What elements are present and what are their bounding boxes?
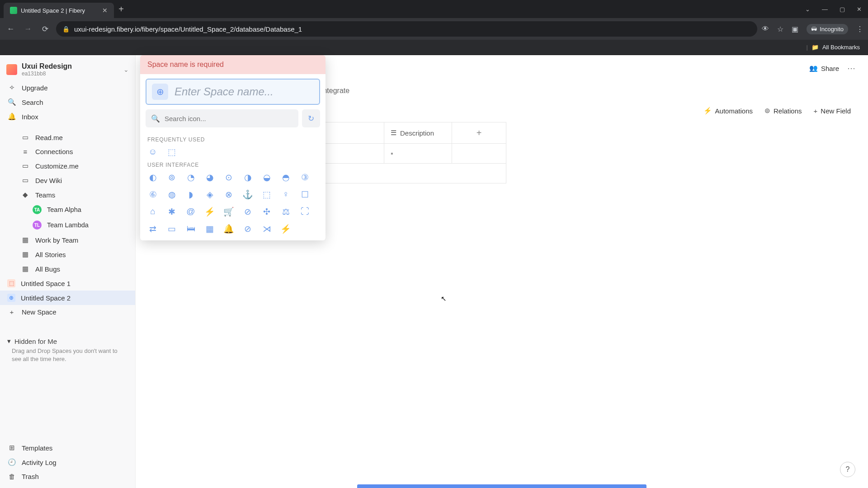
reload-button[interactable]: ⟳ (39, 24, 52, 34)
incognito-badge[interactable]: 🕶 Incognito (807, 24, 848, 34)
help-button[interactable]: ? (840, 462, 855, 477)
icon-option[interactable]: 🛏 (185, 223, 196, 234)
share-button[interactable]: 👥Share (809, 64, 839, 72)
column-header-name[interactable] (316, 122, 384, 144)
chevron-down-icon[interactable]: ⌄ (123, 66, 129, 73)
new-row-input[interactable]: r (316, 164, 506, 183)
sidebar-item-all-stories[interactable]: ▦All Stories (0, 247, 135, 262)
space-name-input[interactable] (175, 85, 314, 98)
icon-option[interactable]: @ (185, 206, 196, 217)
sidebar-search[interactable]: 🔍Search (0, 95, 135, 109)
icon-option[interactable]: ⚡ (280, 223, 291, 234)
all-bookmarks-button[interactable]: All Bookmarks (822, 44, 860, 51)
tab-dropdown-icon[interactable]: ⌄ (805, 6, 810, 13)
sidebar-item-teams[interactable]: ◆Teams (0, 188, 135, 202)
side-panel-icon[interactable]: ▣ (792, 25, 798, 33)
icon-option[interactable]: ♀ (280, 189, 291, 200)
icon-option[interactable]: 🔔 (223, 223, 234, 234)
icon-option[interactable]: ✣ (261, 206, 272, 217)
icon-option[interactable]: ⋊ (261, 223, 272, 234)
icon-search-field[interactable]: 🔍 (146, 109, 298, 127)
icon-option[interactable]: ◐ (147, 172, 158, 183)
new-field-button[interactable]: +New Field (814, 107, 851, 115)
icon-option[interactable]: ⬚ (261, 189, 272, 200)
table-cell[interactable] (316, 144, 384, 164)
table-cell[interactable]: ▪ (384, 144, 452, 164)
sidebar-item-all-bugs[interactable]: ▦All Bugs (0, 262, 135, 276)
automations-button[interactable]: ⚡Automations (703, 107, 753, 115)
icon-option[interactable]: ◔ (185, 172, 196, 183)
sidebar-activity-log[interactable]: 🕘Activity Log (0, 455, 135, 469)
icon-option[interactable]: 🛒 (223, 206, 234, 217)
sidebar-item-team-lambda[interactable]: TLTeam Lambda (0, 217, 135, 233)
bookmarks-folder-icon: 📁 (811, 44, 819, 51)
sidebar-item-customize[interactable]: ▭Customize.me (0, 159, 135, 173)
icon-option[interactable]: ⛶ (299, 206, 310, 217)
relations-button[interactable]: ⊚Relations (764, 107, 802, 115)
icon-picker-panel[interactable]: FREQUENTLY USED ☺⬚ USER INTERFACE ◐⊚◔◕⊙◑… (140, 130, 326, 240)
column-header-description[interactable]: ☰Description (384, 122, 452, 144)
icon-option[interactable]: ◓ (280, 172, 291, 183)
new-tab-button[interactable]: + (118, 4, 124, 14)
icon-option[interactable]: ⬚ (166, 146, 177, 157)
add-column-button[interactable]: + (452, 122, 506, 144)
workspace-id: ea131bb8 (22, 70, 72, 77)
sidebar-hidden-toggle[interactable]: ▾Hidden for Me (0, 333, 135, 347)
icon-option[interactable]: ⊗ (223, 189, 234, 200)
sidebar-item-connections[interactable]: ≡Connections (0, 145, 135, 159)
icon-option[interactable]: ⚖ (280, 206, 291, 217)
icon-option[interactable]: ⊙ (223, 172, 234, 183)
icon-option[interactable]: ▭ (166, 223, 177, 234)
bookmark-star-icon[interactable]: ☆ (777, 25, 783, 33)
sidebar-templates[interactable]: ⊞Templates (0, 441, 135, 455)
eye-off-icon[interactable]: 👁 (762, 25, 769, 33)
icon-option[interactable]: ☐ (299, 189, 310, 200)
tab-close-icon[interactable]: ✕ (102, 7, 108, 14)
back-button[interactable]: ← (5, 24, 17, 33)
icon-option[interactable]: ⇄ (147, 223, 158, 234)
team-badge: TA (33, 205, 42, 214)
browser-tab[interactable]: Untitled Space 2 | Fibery ✕ (4, 3, 114, 18)
random-icon-button[interactable]: ↻ (302, 109, 320, 127)
sidebar-space-2[interactable]: ⊕Untitled Space 2 (0, 291, 135, 305)
sidebar-item-readme[interactable]: ▭Read.me (0, 130, 135, 145)
sidebar-space-1[interactable]: ⬚Untitled Space 1 (0, 276, 135, 291)
sidebar-item-team-alpha[interactable]: TATeam Alpha (0, 202, 135, 217)
main-content: 👥Share ⋯ Integrate ⚡Automations ⊚Relatio… (136, 55, 868, 488)
sidebar-inbox[interactable]: 🔔Inbox (0, 109, 135, 124)
icon-option[interactable]: ⊘ (242, 206, 253, 217)
space-icon-button[interactable]: ⊕ (152, 84, 168, 100)
more-button[interactable]: ⋯ (847, 63, 855, 73)
icon-option[interactable]: ◒ (261, 172, 272, 183)
icon-option[interactable]: ⚓ (242, 189, 253, 200)
icon-option[interactable]: ⌂ (147, 206, 158, 217)
window-maximize-icon[interactable]: ▢ (840, 6, 845, 13)
icon-option[interactable]: ◈ (204, 189, 215, 200)
icon-option[interactable]: ◑ (242, 172, 253, 183)
sidebar-trash[interactable]: 🗑Trash (0, 469, 135, 483)
icon-option[interactable]: ☺ (147, 146, 158, 157)
icon-option[interactable]: ⚡ (204, 206, 215, 217)
icon-search-input[interactable] (165, 115, 293, 122)
sidebar-item-devwiki[interactable]: ▭Dev Wiki (0, 173, 135, 188)
icon-option[interactable]: ⊚ (166, 172, 177, 183)
bottom-notification-bar[interactable] (357, 484, 646, 488)
window-close-icon[interactable]: ✕ (857, 6, 862, 13)
sidebar-item-work-by-team[interactable]: ▦Work by Team (0, 233, 135, 247)
address-bar[interactable]: 🔒 uxui-redesign.fibery.io/fibery/space/U… (56, 21, 757, 37)
browser-menu-icon[interactable]: ⋮ (856, 25, 863, 33)
workspace-switcher[interactable]: Uxui Redesign ea131bb8 ⌄ (0, 59, 135, 80)
icon-option[interactable]: ◍ (166, 189, 177, 200)
sidebar-new-space[interactable]: +New Space (0, 305, 135, 319)
forward-button[interactable]: → (22, 24, 34, 33)
sidebar-upgrade[interactable]: ✧Upgrade (0, 80, 135, 95)
window-minimize-icon[interactable]: — (822, 6, 828, 13)
icon-option[interactable]: ③ (299, 172, 310, 183)
icon-option[interactable]: ⑥ (147, 189, 158, 200)
icon-option[interactable]: ◗ (185, 189, 196, 200)
icon-option[interactable]: ⊘ (242, 223, 253, 234)
icon-option[interactable]: ✱ (166, 206, 177, 217)
workspace-name: Uxui Redesign (22, 62, 72, 70)
icon-option[interactable]: ▦ (204, 223, 215, 234)
icon-option[interactable]: ◕ (204, 172, 215, 183)
